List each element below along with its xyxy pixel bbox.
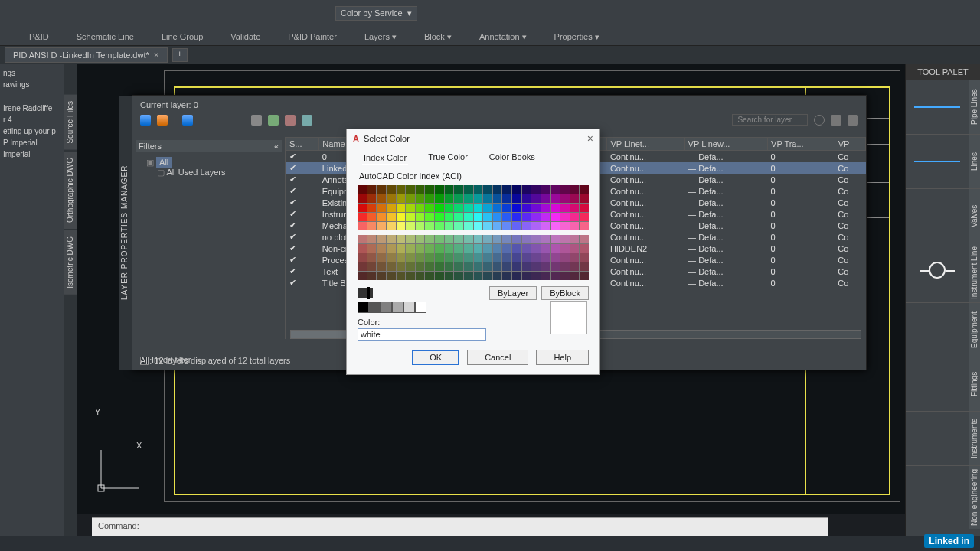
color-cell[interactable] [541,244,550,253]
color-cell[interactable] [397,222,406,230]
set-current-icon[interactable] [302,115,312,126]
color-cell[interactable] [464,204,473,212]
color-cell[interactable] [425,235,434,243]
color-cell[interactable] [502,204,511,212]
color-cell[interactable] [464,222,473,230]
dialog-tab[interactable]: True Color [426,151,469,165]
color-cell[interactable] [406,204,415,212]
color-cell[interactable] [580,244,589,253]
color-cell[interactable] [387,262,396,271]
close-icon[interactable]: × [154,50,159,60]
color-cell[interactable] [464,244,473,253]
color-cell[interactable] [445,204,454,212]
color-cell[interactable] [560,213,570,221]
color-cell[interactable] [425,222,434,230]
new-layer-icon[interactable] [251,115,262,126]
color-input[interactable] [358,328,486,341]
std-color[interactable] [371,288,373,298]
color-cell[interactable] [358,213,367,221]
color-cell[interactable] [541,222,550,230]
project-item[interactable]: Imperial [3,148,60,160]
project-item[interactable]: Irene Radcliffe [3,103,60,114]
color-cell[interactable] [377,213,386,221]
color-cell[interactable] [406,262,415,271]
color-cell[interactable] [570,253,580,262]
color-cell[interactable] [474,253,483,262]
color-cell[interactable] [454,272,463,280]
new-layer-vp-icon[interactable] [268,115,279,126]
color-cell[interactable] [570,213,580,221]
color-cell[interactable] [502,262,511,271]
color-cell[interactable] [454,222,463,230]
color-cell[interactable] [522,244,531,253]
color-cell[interactable] [474,235,483,243]
color-cell[interactable] [377,262,386,271]
color-cell[interactable] [435,194,444,203]
color-cell[interactable] [531,213,541,221]
color-cell[interactable] [368,272,377,280]
color-cell[interactable] [493,253,502,262]
color-cell[interactable] [580,272,589,280]
color-cell[interactable] [502,235,511,243]
color-cell[interactable] [541,262,550,271]
project-item[interactable]: rawings [3,79,60,90]
color-cell[interactable] [435,253,444,262]
color-cell[interactable] [474,244,483,253]
color-cell[interactable] [435,222,444,230]
color-cell[interactable] [416,213,425,221]
color-cell[interactable] [502,194,511,203]
ok-button[interactable]: OK [412,350,459,365]
color-cell[interactable] [474,185,483,194]
color-cell[interactable] [551,204,560,212]
color-cell[interactable] [560,253,570,262]
refresh-icon[interactable] [831,115,841,126]
layer-search[interactable]: Search for layer [732,114,808,126]
project-browser[interactable]: ngsrawingsIrene Radcliffer 4etting up yo… [0,64,64,536]
color-cell[interactable] [531,235,541,243]
palette-section[interactable]: Lines [906,134,980,188]
color-cell[interactable] [483,222,492,230]
color-cell[interactable] [445,235,454,243]
color-cell[interactable] [541,194,550,203]
color-cell[interactable] [531,244,541,253]
color-cell[interactable] [445,222,454,230]
color-cell[interactable] [435,272,444,280]
color-cell[interactable] [435,204,444,212]
grey-cell[interactable] [415,302,426,313]
color-palette-muted[interactable] [358,235,589,280]
color-cell[interactable] [541,204,550,212]
color-cell[interactable] [493,222,502,230]
color-cell[interactable] [570,244,580,253]
color-cell[interactable] [502,272,511,280]
color-cell[interactable] [541,253,550,262]
color-cell[interactable] [531,194,541,203]
color-cell[interactable] [368,213,377,221]
palette-section[interactable]: Valves [906,188,980,243]
color-cell[interactable] [406,244,415,253]
color-cell[interactable] [397,262,406,271]
color-cell[interactable] [368,185,377,194]
color-cell[interactable] [580,253,589,262]
color-by-service-dropdown[interactable]: Color by Service▾ [335,6,417,21]
layer-filter-icon[interactable] [157,115,168,126]
dialog-tab[interactable]: Color Books [488,151,537,165]
color-cell[interactable] [387,272,396,280]
color-cell[interactable] [435,262,444,271]
color-cell[interactable] [445,272,454,280]
color-cell[interactable] [531,185,541,194]
color-cell[interactable] [512,222,521,230]
color-cell[interactable] [522,262,531,271]
color-cell[interactable] [541,185,550,194]
color-cell[interactable] [483,194,492,203]
color-cell[interactable] [522,185,531,194]
help-button[interactable]: Help [536,350,589,365]
color-cell[interactable] [464,185,473,194]
palette-section[interactable]: Pipe Lines [906,80,980,134]
file-category-tabs[interactable]: Source FilesOrthographic DWGIsometric DW… [64,64,77,536]
byblock-button[interactable]: ByBlock [541,286,589,300]
color-cell[interactable] [397,244,406,253]
color-cell[interactable] [425,253,434,262]
color-cell[interactable] [425,204,434,212]
color-cell[interactable] [368,244,377,253]
color-cell[interactable] [531,262,541,271]
